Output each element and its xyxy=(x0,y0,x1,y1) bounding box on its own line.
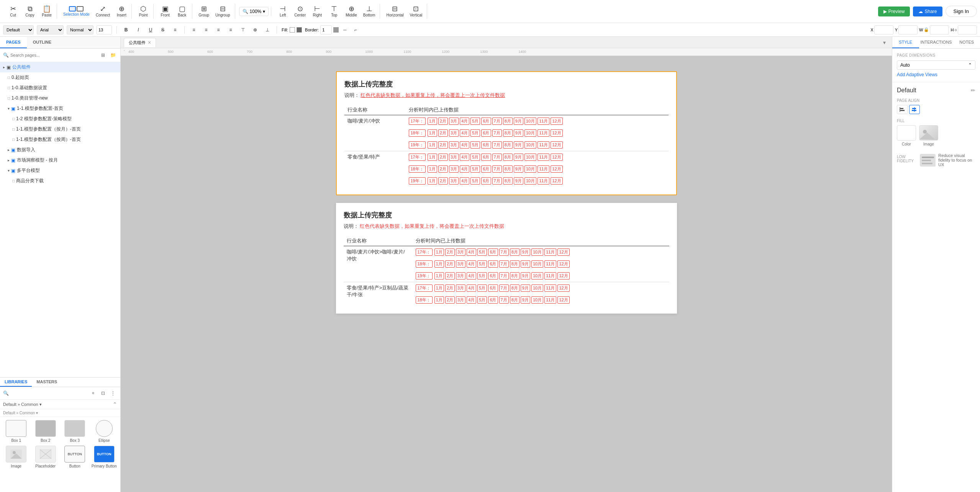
month-cell[interactable]: 9月 xyxy=(521,260,530,268)
month-cell[interactable]: 6月 xyxy=(481,118,491,125)
y-input[interactable] xyxy=(898,25,918,34)
month-cell[interactable]: 9月 xyxy=(514,154,523,161)
sign-in-button[interactable]: Sign In xyxy=(946,6,977,17)
fill-color-option[interactable]: Color xyxy=(897,125,916,146)
month-cell[interactable]: 5月 xyxy=(477,272,487,280)
ungroup-button[interactable]: ⊟ Ungroup xyxy=(213,4,232,19)
add-library-icon[interactable]: + xyxy=(89,389,97,397)
month-cell[interactable]: 5月 xyxy=(470,141,480,149)
month-cell[interactable]: 7月 xyxy=(499,272,509,280)
month-cell[interactable]: 3月 xyxy=(449,154,459,161)
month-cell[interactable]: 11月 xyxy=(538,141,549,149)
month-cell[interactable]: 8月 xyxy=(503,129,513,137)
month-cell[interactable]: 3月 xyxy=(456,284,465,292)
month-cell[interactable]: 11月 xyxy=(538,129,549,137)
month-cell[interactable]: 3月 xyxy=(449,177,459,185)
distribute-v-button[interactable]: ⊡ Vertical xyxy=(407,4,424,19)
page-item-qishi[interactable]: □ 0.起始页 xyxy=(0,72,120,83)
month-cell[interactable]: 5月 xyxy=(470,154,480,161)
strikethrough-button[interactable]: S xyxy=(158,25,167,34)
month-cell[interactable]: 4月 xyxy=(467,260,476,268)
collapse-icon[interactable]: ⌃ xyxy=(113,401,117,407)
month-cell[interactable]: 3月 xyxy=(449,118,459,125)
month-cell[interactable]: 11月 xyxy=(544,248,556,256)
month-cell[interactable]: 8月 xyxy=(503,165,513,173)
month-cell[interactable]: 11月 xyxy=(538,118,549,125)
month-cell[interactable]: 4月 xyxy=(460,129,469,137)
month-cell[interactable]: 12月 xyxy=(551,177,562,185)
distribute-h-button[interactable]: ⊟ Horizontal xyxy=(384,4,406,19)
fill-image-option[interactable]: Image xyxy=(919,125,938,146)
month-cell[interactable]: 12月 xyxy=(551,141,562,149)
month-cell[interactable]: 11月 xyxy=(544,284,556,292)
month-cell[interactable]: 11月 xyxy=(544,296,556,304)
month-cell[interactable]: 12月 xyxy=(551,165,562,173)
month-cell[interactable]: 1月 xyxy=(428,165,437,173)
insert-button[interactable]: ⊕ Insert xyxy=(114,4,129,19)
style-select[interactable]: Default xyxy=(3,25,34,34)
month-cell[interactable]: 1月 xyxy=(428,154,437,161)
month-cell[interactable]: 3月 xyxy=(456,248,465,256)
month-cell[interactable]: 2月 xyxy=(438,118,448,125)
month-cell[interactable]: 7月 xyxy=(492,141,502,149)
tab-masters[interactable]: MASTERS xyxy=(32,378,62,387)
month-cell[interactable]: 11月 xyxy=(544,260,556,268)
month-cell[interactable]: 11月 xyxy=(538,165,549,173)
month-cell[interactable]: 9月 xyxy=(514,118,523,125)
align-top-button[interactable]: ⊤ Top xyxy=(326,4,342,19)
month-cell[interactable]: 7月 xyxy=(499,284,509,292)
month-cell[interactable]: 1月 xyxy=(428,118,437,125)
page-item-shujudr[interactable]: ▸ ▣ 数据导入 xyxy=(0,145,120,155)
month-cell[interactable]: 8月 xyxy=(510,296,519,304)
zoom-control[interactable]: 🔍 100% ▾ xyxy=(239,7,269,16)
preview-button[interactable]: ▶ Preview xyxy=(878,7,910,16)
paste-button[interactable]: 📋 Paste xyxy=(39,4,54,19)
month-cell[interactable]: 6月 xyxy=(481,129,491,137)
selection-mode-button[interactable]: Selection Mode xyxy=(61,5,92,18)
month-cell[interactable]: 2月 xyxy=(445,272,455,280)
month-cell[interactable]: 2月 xyxy=(438,129,448,137)
month-cell[interactable]: 8月 xyxy=(510,248,519,256)
month-cell[interactable]: 11月 xyxy=(538,154,549,161)
month-cell[interactable]: 5月 xyxy=(477,248,487,256)
month-cell[interactable]: 2月 xyxy=(445,248,455,256)
month-cell[interactable]: 6月 xyxy=(488,296,498,304)
lib-item-button[interactable]: BUTTON Button xyxy=(62,446,88,468)
page-item-shichang[interactable]: ▸ ▣ 市场洞察模型 - 按月 xyxy=(0,155,120,165)
month-cell[interactable]: 1月 xyxy=(428,129,437,137)
month-cell[interactable]: 6月 xyxy=(488,248,498,256)
lib-item-primary-button[interactable]: BUTTON Primary Button xyxy=(91,446,118,468)
page-item-anzhou[interactable]: □ 1-1.模型参数配置（按周）-首页 xyxy=(0,134,120,145)
month-cell[interactable]: 2月 xyxy=(438,141,448,149)
point-button[interactable]: ⬡ Point xyxy=(136,4,151,19)
month-cell[interactable]: 7月 xyxy=(499,296,509,304)
month-cell[interactable]: 12月 xyxy=(551,154,562,161)
month-cell[interactable]: 10月 xyxy=(531,248,543,256)
month-cell[interactable]: 2月 xyxy=(438,154,448,161)
add-adaptive-link[interactable]: Add Adaptive Views xyxy=(897,72,975,77)
pages-search-input[interactable] xyxy=(10,53,97,57)
bold-button[interactable]: B xyxy=(121,25,131,34)
month-cell[interactable]: 4月 xyxy=(460,154,469,161)
text-valign-bot-button[interactable]: ⊥ xyxy=(263,25,272,34)
border-color-box[interactable] xyxy=(333,27,339,33)
month-cell[interactable]: 4月 xyxy=(467,296,476,304)
add-folder-icon[interactable]: 📁 xyxy=(109,51,117,59)
lib-item-ellipse[interactable]: Ellipse xyxy=(91,420,118,443)
month-cell[interactable]: 10月 xyxy=(524,165,536,173)
tab-libraries[interactable]: LIBRARIES xyxy=(0,378,32,387)
copy-library-icon[interactable]: ⊡ xyxy=(99,389,107,397)
w-input[interactable] xyxy=(930,25,949,34)
month-cell[interactable]: 1月 xyxy=(434,260,444,268)
align-center-text-button[interactable]: ≡ xyxy=(202,25,211,34)
tab-pages[interactable]: PAGES xyxy=(0,37,27,48)
month-cell[interactable]: 8月 xyxy=(503,141,513,149)
cut-button[interactable]: ✂ Cut xyxy=(5,4,21,19)
month-cell[interactable]: 9月 xyxy=(514,141,523,149)
month-cell[interactable]: 4月 xyxy=(467,284,476,292)
underline-button[interactable]: U xyxy=(146,25,155,34)
h-input[interactable] xyxy=(958,25,977,34)
month-cell[interactable]: 10月 xyxy=(531,284,543,292)
canvas-tab-gongzu[interactable]: 公共组件 × xyxy=(124,38,156,47)
month-cell[interactable]: 11月 xyxy=(544,272,556,280)
